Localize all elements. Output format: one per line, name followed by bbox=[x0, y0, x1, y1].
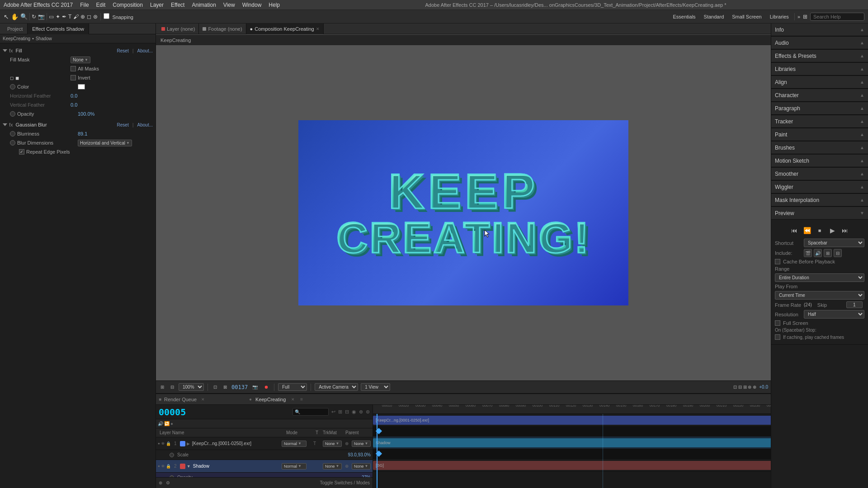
mask-interpolation-header[interactable]: Mask Interpolation ▲ bbox=[771, 194, 868, 206]
layer-1-eye[interactable]: 👁 bbox=[161, 441, 165, 446]
snapshot-btn[interactable]: 📷 bbox=[250, 384, 259, 390]
motion-sketch-collapse[interactable]: ▲ bbox=[860, 158, 864, 163]
prev-back-btn[interactable]: ⏪ bbox=[802, 225, 812, 236]
layer-tab[interactable]: Layer (none) bbox=[158, 23, 199, 34]
info-header[interactable]: Info ▲ bbox=[771, 23, 868, 36]
effects-presets-header[interactable]: Effects & Presets ▲ bbox=[771, 50, 868, 62]
star-tool[interactable]: ✦ bbox=[56, 14, 60, 20]
include-video-btn[interactable]: 🎬 bbox=[804, 249, 812, 257]
shortcut-dropdown[interactable]: Spacebar bbox=[804, 239, 864, 247]
info-collapse[interactable]: ▲ bbox=[860, 27, 864, 32]
gaussian-blur-header[interactable]: fx Gaussian Blur Reset | About... bbox=[3, 120, 153, 129]
composition-tab[interactable]: ● Composition KeepCreating ✕ bbox=[246, 23, 324, 34]
prev-end-btn[interactable]: ⏭ bbox=[840, 225, 850, 236]
mask-interpolation-collapse[interactable]: ▲ bbox=[860, 197, 864, 202]
layer-1-mode[interactable]: Normal ▼ bbox=[282, 441, 307, 447]
panel-icon[interactable]: ⊞ bbox=[803, 14, 807, 20]
motion-sketch-header[interactable]: Motion Sketch ▲ bbox=[771, 155, 868, 167]
prev-stop-btn[interactable]: ■ bbox=[814, 225, 825, 236]
play-from-dropdown[interactable]: Current Time bbox=[775, 291, 864, 300]
workspace-standard[interactable]: Standard bbox=[701, 13, 727, 20]
blur-about[interactable]: About... bbox=[137, 122, 153, 127]
pen-tool[interactable]: ✒ bbox=[62, 14, 66, 20]
layer-1-lock[interactable]: 🔒 bbox=[166, 441, 171, 446]
snapping-checkbox[interactable] bbox=[104, 13, 109, 19]
fill-about[interactable]: About... bbox=[137, 48, 153, 53]
camera-dropdown[interactable]: Active Camera bbox=[315, 383, 358, 391]
all-masks-checkbox[interactable] bbox=[71, 66, 76, 71]
menu-help[interactable]: Help bbox=[269, 2, 280, 8]
fill-reset[interactable]: Reset bbox=[117, 48, 129, 53]
viewport-snap-btn[interactable]: ⊞ bbox=[159, 384, 166, 390]
project-tab[interactable]: Project bbox=[3, 23, 28, 34]
timeline-ctrl4[interactable]: ◉ bbox=[352, 409, 356, 415]
blurriness-val[interactable]: 89.1 bbox=[78, 131, 87, 136]
viewport[interactable]: KEEP CREATING! bbox=[156, 45, 771, 380]
render-queue-close[interactable]: ✕ bbox=[201, 397, 205, 402]
skip-input[interactable] bbox=[846, 301, 863, 308]
menu-animation[interactable]: Animation bbox=[192, 2, 216, 8]
scale-value[interactable]: 93.0,93.0% bbox=[348, 452, 371, 457]
safe-btn[interactable]: ⊠ bbox=[222, 384, 229, 390]
prev-play-btn[interactable]: ▶ bbox=[827, 225, 838, 236]
paint-collapse[interactable]: ▲ bbox=[860, 132, 864, 137]
blur-dim-dropdown[interactable]: Horizontal and Vertical ▼ bbox=[78, 140, 132, 146]
timeline-ctrl5[interactable]: ⊕ bbox=[359, 409, 363, 415]
clone-tool[interactable]: ⊕ bbox=[80, 14, 85, 20]
blur-triangle[interactable] bbox=[3, 123, 7, 126]
range-dropdown[interactable]: Entire Duration bbox=[775, 273, 864, 282]
effects-presets-collapse[interactable]: ▲ bbox=[860, 53, 864, 58]
paragraph-header[interactable]: Paragraph ▲ bbox=[771, 102, 868, 115]
align-collapse[interactable]: ▲ bbox=[860, 80, 864, 84]
viewport-grid-btn[interactable]: ⊟ bbox=[169, 384, 176, 390]
include-audio-btn[interactable]: 🔊 bbox=[814, 249, 822, 257]
layer-2-parent[interactable]: None▼ bbox=[352, 463, 371, 469]
layer-2-eye[interactable]: 👁 bbox=[161, 464, 165, 469]
layer-1-trikmat[interactable]: None▼ bbox=[323, 441, 342, 447]
camera-tool[interactable]: 📷 bbox=[38, 14, 45, 20]
menu-layer[interactable]: Layer bbox=[150, 2, 164, 8]
preview-expand[interactable]: ▼ bbox=[860, 211, 864, 216]
timeline-comp-close[interactable]: ✕ bbox=[291, 397, 295, 402]
smoother-header[interactable]: Smoother ▲ bbox=[771, 168, 868, 180]
tracker-collapse[interactable]: ▲ bbox=[860, 119, 864, 124]
brushes-header[interactable]: Brushes ▲ bbox=[771, 141, 868, 154]
zoom-tool[interactable]: 🔍 bbox=[20, 13, 28, 20]
view-dropdown[interactable]: 1 View 2 Views 4 Views bbox=[361, 383, 390, 391]
repeat-edge-checkbox[interactable] bbox=[19, 149, 24, 155]
workspace-libraries[interactable]: Libraries bbox=[767, 13, 792, 20]
v-feather-val[interactable]: 0.0 bbox=[71, 102, 77, 108]
libraries-collapse[interactable]: ▲ bbox=[860, 66, 864, 71]
menu-effect[interactable]: Effect bbox=[171, 2, 184, 8]
toggle-switches[interactable]: Toggle Switches / Modes bbox=[320, 480, 370, 485]
character-collapse[interactable]: ▲ bbox=[860, 93, 864, 98]
loop-btn[interactable]: 🔁 bbox=[164, 421, 170, 426]
comp-tab-close[interactable]: ✕ bbox=[316, 27, 320, 31]
breadcrumb-layer[interactable]: Shadow bbox=[36, 36, 52, 41]
layer-2-mode[interactable]: Normal ▼ bbox=[282, 463, 307, 469]
layer-1-solo[interactable]: ● bbox=[158, 441, 160, 446]
preview-header[interactable]: Preview ▼ bbox=[771, 207, 868, 220]
timeline-ctrl2[interactable]: ⊞ bbox=[338, 409, 342, 415]
audio-btn[interactable]: 🔊 bbox=[158, 421, 163, 426]
layer-2-name[interactable]: Shadow bbox=[193, 464, 280, 469]
footage-tab[interactable]: Footage (none) bbox=[199, 23, 246, 34]
eraser-tool[interactable]: ◻ bbox=[87, 14, 91, 20]
playhead[interactable] bbox=[377, 414, 377, 488]
menu-view[interactable]: View bbox=[223, 2, 235, 8]
brushes-collapse[interactable]: ▲ bbox=[860, 145, 864, 150]
track-2[interactable]: Shadow bbox=[373, 436, 771, 449]
timeline-ctrl6[interactable]: ⊛ bbox=[366, 409, 370, 415]
menu-window[interactable]: Window bbox=[242, 2, 262, 8]
fill-mask-dropdown[interactable]: None ▼ bbox=[71, 56, 90, 63]
text-tool[interactable]: T bbox=[68, 14, 71, 20]
layer-2-solo[interactable]: ● bbox=[158, 464, 160, 468]
timeline-settings-icon[interactable]: ≡ bbox=[300, 397, 303, 402]
paint-header[interactable]: Paint ▲ bbox=[771, 128, 868, 141]
audio-collapse[interactable]: ▲ bbox=[860, 40, 864, 45]
audio-header[interactable]: Audio ▲ bbox=[771, 37, 868, 49]
workspace-essentials[interactable]: Essentials bbox=[670, 13, 698, 20]
layer-1-parent[interactable]: None▼ bbox=[352, 441, 371, 447]
timeline-ctrl1[interactable]: ↩ bbox=[331, 409, 335, 415]
include-layer-btn[interactable]: ⊟ bbox=[834, 249, 842, 257]
